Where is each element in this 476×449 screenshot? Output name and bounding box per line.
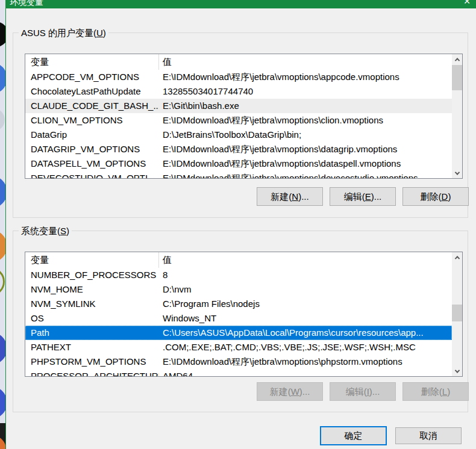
scrollbar-up-button[interactable]	[452, 252, 462, 262]
variable-cell[interactable]: Path	[25, 326, 159, 340]
chevron-down-icon	[454, 368, 459, 373]
user-variables-group-label: ASUS 的用户变量(U)	[19, 28, 108, 38]
value-cell[interactable]: E:\IDMdownload\程序\jetbra\vmoptions\devec…	[159, 171, 452, 179]
table-row[interactable]: PATHEXT .COM;.EXE;.BAT;.CMD;.VBS;.VBE;.J…	[25, 340, 452, 355]
column-header-variable[interactable]: 变量	[25, 54, 159, 70]
scrollbar-thumb[interactable]	[452, 305, 462, 321]
table-row[interactable]: NVM_SYMLINK C:\Program Files\nodejs	[25, 297, 452, 311]
variable-cell[interactable]: DataGrip	[25, 128, 159, 142]
desktop-icon-dot	[0, 63, 5, 94]
table-row[interactable]: NVM_HOME D:\nvm	[25, 282, 452, 297]
table-row[interactable]: CLION_VM_OPTIONS E:\IDMdownload\程序\jetbr…	[25, 113, 452, 128]
column-header-value[interactable]: 值	[159, 54, 462, 70]
variable-cell[interactable]: DATAGRIP_VM_OPTIONS	[25, 142, 159, 156]
environment-variables-dialog: 环境变量 ✕ ASUS 的用户变量(U) 变量 值 APPCODE_VM_OPT…	[5, 0, 476, 449]
table-row[interactable]: APPCODE_VM_OPTIONS E:\IDMdownload\程序\jet…	[25, 70, 452, 84]
value-cell[interactable]: C:\Program Files\nodejs	[159, 297, 452, 311]
value-cell[interactable]: E:\IDMdownload\程序\jetbra\vmoptions\datas…	[159, 156, 452, 171]
list-header: 变量 值	[25, 54, 462, 70]
value-cell[interactable]: E:\IDMdownload\程序\jetbra\vmoptions\phpst…	[159, 355, 452, 369]
table-row[interactable]: CLAUDE_CODE_GIT_BASH_... E:\Git\bin\bash…	[25, 99, 452, 113]
value-cell[interactable]: C:\Users\ASUS\AppData\Local\Programs\cur…	[159, 326, 452, 340]
table-row[interactable]: ChocolateyLastPathUpdate 132855034017744…	[25, 84, 452, 99]
table-row[interactable]: DEVECOSTUDIO_VM_OPTI... E:\IDMdownload\程…	[25, 171, 452, 179]
scrollbar-down-button[interactable]	[452, 366, 462, 376]
cancel-button[interactable]: 取消	[395, 427, 462, 444]
chevron-up-icon	[454, 256, 459, 261]
variable-cell[interactable]: NUMBER_OF_PROCESSORS	[25, 268, 159, 282]
table-row[interactable]: DATAGRIP_VM_OPTIONS E:\IDMdownload\程序\je…	[25, 142, 452, 156]
variable-cell[interactable]: DEVECOSTUDIO_VM_OPTI...	[25, 171, 159, 179]
desktop-icon-dot	[0, 230, 5, 262]
ok-button[interactable]: 确定	[320, 426, 387, 445]
edit-user-variable-button[interactable]: 编辑(E)...	[330, 187, 396, 206]
delete-user-variable-button[interactable]: 删除(D)	[402, 187, 469, 206]
scrollbar-up-button[interactable]	[452, 54, 462, 64]
dialog-titlebar[interactable]: 环境变量 ✕	[6, 0, 476, 8]
system-variables-rows: NUMBER_OF_PROCESSORS 8 NVM_HOME D:\nvm N…	[25, 268, 452, 376]
user-list-scrollbar[interactable]	[452, 54, 462, 178]
value-cell[interactable]: .COM;.EXE;.BAT;.CMD;.VBS;.VBE;.JS;.JSE;.…	[159, 340, 452, 355]
table-row[interactable]: DATASPELL_VM_OPTIONS E:\IDMdownload\程序\j…	[25, 156, 452, 171]
system-variables-list: 变量 值 NUMBER_OF_PROCESSORS 8 NVM_HOME D:\…	[25, 252, 463, 377]
scrollbar-thumb[interactable]	[452, 65, 462, 90]
desktop-icon-dot	[0, 22, 5, 47]
value-cell[interactable]: E:\IDMdownload\程序\jetbra\vmoptions\datag…	[159, 142, 452, 156]
table-row[interactable]: PHPSTORM_VM_OPTIONS E:\IDMdownload\程序\je…	[25, 355, 452, 369]
system-variables-group: 系统变量(S) 变量 值 NUMBER_OF_PROCESSORS 8	[13, 231, 468, 412]
value-cell[interactable]: D:\JetBrains\Toolbox\DataGrip\bin;	[159, 128, 452, 142]
value-cell[interactable]: AMD64	[159, 369, 452, 377]
desktop-icon-dot	[0, 108, 5, 131]
chevron-down-icon	[454, 170, 459, 175]
new-system-variable-button: 新建(W)...	[257, 382, 323, 401]
system-list-scrollbar[interactable]	[452, 252, 462, 376]
value-cell[interactable]: 8	[159, 268, 452, 282]
variable-cell[interactable]: PATHEXT	[25, 340, 159, 355]
value-cell[interactable]: E:\Git\bin\bash.exe	[159, 99, 452, 113]
user-variables-group: ASUS 的用户变量(U) 变量 值 APPCODE_VM_OPTIONS E:…	[13, 33, 468, 218]
variable-cell[interactable]: CLION_VM_OPTIONS	[25, 113, 159, 128]
delete-system-variable-button: 删除(L)	[402, 382, 469, 401]
system-variables-group-label: 系统变量(S)	[19, 226, 72, 236]
variable-cell[interactable]: NVM_HOME	[25, 282, 159, 297]
scrollbar-down-button[interactable]	[452, 168, 462, 178]
table-row[interactable]: OS Windows_NT	[25, 311, 452, 326]
desktop-icon-ring	[0, 267, 5, 296]
edit-system-variable-button: 编辑(I)...	[330, 382, 396, 401]
chevron-up-icon	[454, 58, 459, 63]
variable-cell[interactable]: NVM_SYMLINK	[25, 297, 159, 311]
desktop-icon-dot	[0, 176, 5, 208]
new-user-variable-button[interactable]: 新建(N)...	[257, 187, 323, 206]
table-row[interactable]: DataGrip D:\JetBrains\Toolbox\DataGrip\b…	[25, 128, 452, 142]
value-cell[interactable]: Windows_NT	[159, 311, 452, 326]
column-header-value[interactable]: 值	[159, 252, 462, 268]
value-cell[interactable]: 132855034017744740	[159, 84, 452, 99]
variable-cell[interactable]: OS	[25, 311, 159, 326]
variable-cell[interactable]: PROCESSOR_ARCHITECTURE	[25, 369, 159, 377]
desktop-icon-dot	[0, 386, 5, 419]
list-header: 变量 值	[25, 252, 462, 268]
desktop-icon-dot	[0, 332, 5, 365]
dialog-title: 环境变量	[10, 0, 43, 8]
table-row[interactable]: PROCESSOR_ARCHITECTURE AMD64	[25, 369, 452, 377]
value-cell[interactable]: E:\IDMdownload\程序\jetbra\vmoptions\clion…	[159, 113, 452, 128]
user-variables-list: 变量 值 APPCODE_VM_OPTIONS E:\IDMdownload\程…	[25, 54, 463, 179]
value-cell[interactable]: E:\IDMdownload\程序\jetbra\vmoptions\appco…	[159, 70, 452, 84]
variable-cell[interactable]: PHPSTORM_VM_OPTIONS	[25, 355, 159, 369]
table-row[interactable]: Path C:\Users\ASUS\AppData\Local\Program…	[25, 326, 452, 340]
variable-cell[interactable]: DATASPELL_VM_OPTIONS	[25, 156, 159, 171]
table-row[interactable]: NUMBER_OF_PROCESSORS 8	[25, 268, 452, 282]
column-header-variable[interactable]: 变量	[25, 252, 159, 268]
variable-cell[interactable]: CLAUDE_CODE_GIT_BASH_...	[25, 99, 159, 113]
user-variables-rows: APPCODE_VM_OPTIONS E:\IDMdownload\程序\jet…	[25, 70, 452, 178]
desktop-background-strip	[0, 0, 5, 449]
value-cell[interactable]: D:\nvm	[159, 282, 452, 297]
variable-cell[interactable]: ChocolateyLastPathUpdate	[25, 84, 159, 99]
screenshot-root: 环境变量 ✕ ASUS 的用户变量(U) 变量 值 APPCODE_VM_OPT…	[0, 0, 476, 449]
variable-cell[interactable]: APPCODE_VM_OPTIONS	[25, 70, 159, 84]
close-icon[interactable]: ✕	[463, 0, 471, 6]
